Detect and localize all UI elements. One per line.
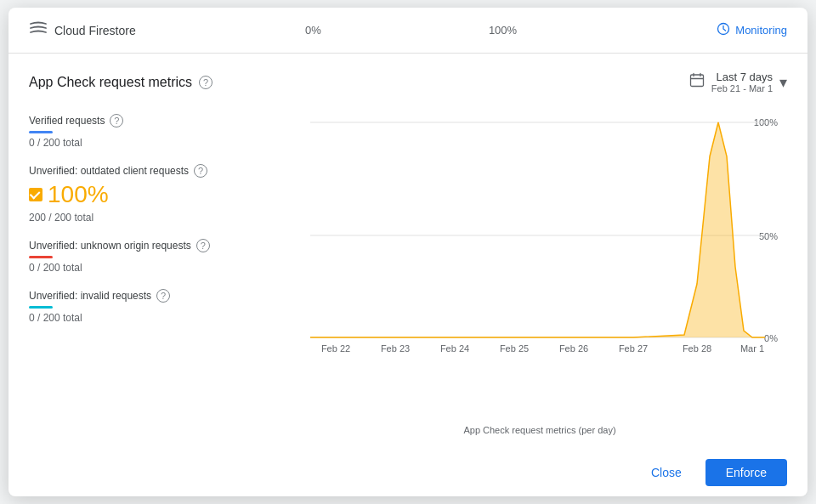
- svg-text:0%: 0%: [764, 333, 778, 343]
- pct-zero: 0%: [218, 24, 408, 37]
- metric-verified-help[interactable]: ?: [110, 114, 123, 127]
- metric-verified-label: Verified requests ?: [29, 114, 292, 127]
- svg-text:Feb 25: Feb 25: [500, 343, 529, 352]
- service-section: Cloud Firestore: [29, 20, 218, 41]
- chart-area: 100% 50% 0%: [292, 114, 787, 435]
- metric-invalid-help[interactable]: ?: [156, 289, 170, 303]
- date-range-title: Last 7 days: [711, 71, 773, 83]
- metric-outdated-checkbox: [29, 188, 42, 201]
- pct-hundred: 100%: [408, 24, 598, 37]
- metric-outdated-text: Unverified: outdated client requests: [29, 165, 189, 177]
- section-title-text: App Check request metrics: [29, 75, 192, 90]
- date-picker[interactable]: Last 7 days Feb 21 - Mar 1 ▾: [689, 71, 787, 93]
- date-range-sub: Feb 21 - Mar 1: [711, 83, 773, 93]
- metric-invalid: Unverified: invalid requests ? 0 / 200 t…: [29, 289, 292, 324]
- calendar-icon: [689, 72, 705, 92]
- metric-unknown-text: Unverified: unknown origin requests: [29, 240, 191, 252]
- dialog-footer: Close Enforce: [8, 449, 808, 496]
- svg-rect-1: [690, 75, 703, 87]
- monitoring-link[interactable]: Monitoring: [598, 22, 787, 38]
- svg-text:Feb 27: Feb 27: [619, 343, 648, 352]
- chevron-down-icon: ▾: [779, 73, 787, 92]
- svg-text:50%: 50%: [759, 231, 778, 241]
- title-help-icon[interactable]: ?: [199, 76, 212, 89]
- metric-unknown-help[interactable]: ?: [196, 239, 210, 252]
- dialog: Cloud Firestore 0% 100% Monitoring App C…: [8, 8, 808, 496]
- svg-text:Feb 23: Feb 23: [381, 343, 410, 352]
- metric-unknown: Unverified: unknown origin requests ? 0 …: [29, 239, 292, 274]
- chart-x-axis-label: App Check request metrics (per day): [292, 425, 787, 435]
- svg-text:Mar 1: Mar 1: [740, 343, 764, 352]
- metric-invalid-label: Unverified: invalid requests ?: [29, 289, 292, 303]
- section-title-area: App Check request metrics ?: [29, 75, 212, 90]
- date-range: Last 7 days Feb 21 - Mar 1: [711, 71, 773, 93]
- svg-text:Feb 28: Feb 28: [683, 343, 711, 352]
- main-content: App Check request metrics ? Last 7 days …: [8, 54, 808, 449]
- top-bar: Cloud Firestore 0% 100% Monitoring: [8, 8, 808, 54]
- enforce-button[interactable]: Enforce: [706, 459, 787, 486]
- metric-invalid-line: [29, 306, 53, 309]
- chart-svg-container: 100% 50% 0%: [292, 114, 787, 422]
- monitoring-label: Monitoring: [735, 24, 787, 37]
- firestore-icon: [29, 20, 48, 41]
- metrics-left: Verified requests ? 0 / 200 total Unveri…: [29, 114, 292, 435]
- section-header: App Check request metrics ? Last 7 days …: [29, 71, 787, 93]
- svg-text:Feb 26: Feb 26: [559, 343, 588, 352]
- metric-outdated-pct: 100%: [48, 181, 109, 208]
- clock-icon: [717, 22, 730, 38]
- metric-verified: Verified requests ? 0 / 200 total: [29, 114, 292, 149]
- metric-unknown-label: Unverified: unknown origin requests ?: [29, 239, 292, 252]
- metric-outdated-help[interactable]: ?: [194, 164, 207, 178]
- metric-verified-value: 0 / 200 total: [29, 137, 292, 149]
- svg-text:Feb 22: Feb 22: [321, 343, 350, 352]
- metric-outdated-big: 100%: [29, 181, 292, 208]
- svg-text:Feb 24: Feb 24: [440, 343, 469, 352]
- chart-svg: 100% 50% 0%: [292, 114, 787, 352]
- metric-verified-text: Verified requests: [29, 115, 105, 127]
- metric-verified-line: [29, 131, 53, 133]
- metric-outdated: Unverified: outdated client requests ? 1…: [29, 164, 292, 224]
- metric-unknown-line: [29, 256, 53, 258]
- chart-area-fill: [310, 122, 765, 337]
- service-name: Cloud Firestore: [54, 24, 136, 37]
- metrics-area: Verified requests ? 0 / 200 total Unveri…: [29, 114, 787, 435]
- metric-invalid-value: 0 / 200 total: [29, 312, 292, 324]
- metric-outdated-label: Unverified: outdated client requests ?: [29, 164, 292, 178]
- close-button[interactable]: Close: [638, 459, 695, 486]
- metric-outdated-value: 200 / 200 total: [29, 212, 292, 224]
- metric-invalid-text: Unverified: invalid requests: [29, 290, 151, 302]
- metric-unknown-value: 0 / 200 total: [29, 262, 292, 274]
